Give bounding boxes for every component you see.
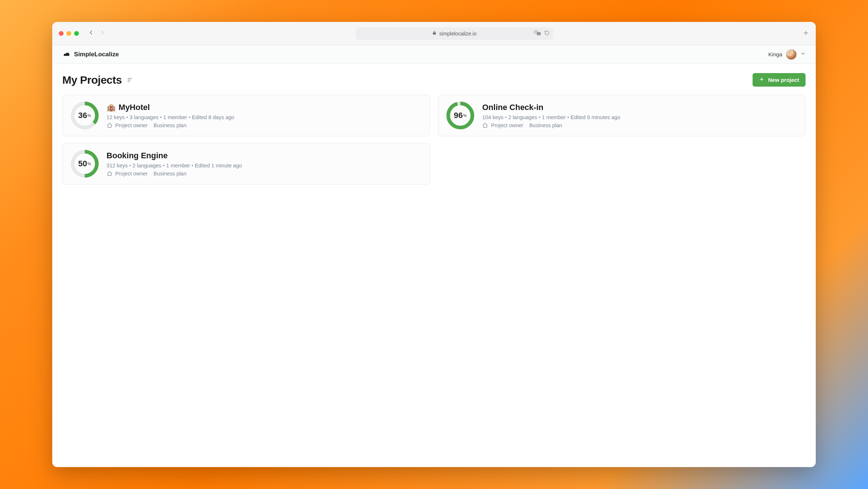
progress-percent: 36 xyxy=(78,111,87,120)
home-icon xyxy=(107,171,113,177)
home-icon xyxy=(107,122,113,128)
project-meta: 104 keys2 languages1 memberEdited 9 minu… xyxy=(482,114,620,120)
user-menu[interactable]: Kinga xyxy=(768,49,806,60)
project-card[interactable]: 36% 🏨 MyHotel 12 keys3 languages1 member… xyxy=(62,95,430,136)
close-window-button[interactable] xyxy=(59,31,64,36)
progress-percent: 50 xyxy=(78,159,87,168)
address-bar[interactable]: simplelocalize.io 文A xyxy=(356,27,553,40)
brand[interactable]: SimpleLocalize xyxy=(62,51,119,58)
new-project-label: New project xyxy=(768,77,799,83)
forward-button[interactable] xyxy=(99,29,106,38)
plus-icon xyxy=(759,77,764,83)
brand-logo-icon xyxy=(62,52,71,57)
page-title: My Projects xyxy=(62,74,122,86)
projects-grid: 36% 🏨 MyHotel 12 keys3 languages1 member… xyxy=(62,95,806,185)
project-sub: Project ownerBusiness plan xyxy=(107,171,242,177)
chevron-down-icon xyxy=(800,51,806,57)
avatar xyxy=(786,49,797,60)
new-tab-button[interactable] xyxy=(803,29,809,38)
project-card[interactable]: 96% Online Check-in 104 keys2 languages1… xyxy=(438,95,806,136)
browser-toolbar: simplelocalize.io 文A xyxy=(52,22,816,45)
back-button[interactable] xyxy=(88,29,94,38)
project-emoji: 🏨 xyxy=(107,103,116,112)
svg-text:A: A xyxy=(538,33,539,35)
nav-arrows xyxy=(88,29,106,38)
sort-icon[interactable] xyxy=(127,77,133,83)
new-project-button[interactable]: New project xyxy=(753,73,806,87)
browser-window: simplelocalize.io 文A SimpleLocalize King… xyxy=(52,22,816,467)
maximize-window-button[interactable] xyxy=(74,31,79,36)
project-name: MyHotel xyxy=(119,103,150,112)
app-header: SimpleLocalize Kinga xyxy=(52,45,816,64)
project-meta: 312 keys2 languages1 memberEdited 1 minu… xyxy=(107,163,242,168)
page-content: My Projects New project xyxy=(52,64,816,467)
address-right-icons: 文A xyxy=(534,30,549,37)
user-name: Kinga xyxy=(768,51,782,57)
progress-ring: 36% xyxy=(70,101,99,130)
progress-ring: 50% xyxy=(70,149,99,178)
project-name: Booking Engine xyxy=(107,151,168,160)
project-card[interactable]: 50% Booking Engine 312 keys2 languages1 … xyxy=(62,143,430,185)
brand-name: SimpleLocalize xyxy=(74,51,119,58)
lock-icon xyxy=(432,31,437,36)
address-text: simplelocalize.io xyxy=(439,31,477,37)
reload-icon[interactable] xyxy=(544,30,549,37)
translate-icon[interactable]: 文A xyxy=(534,30,541,37)
project-sub: Project ownerBusiness plan xyxy=(482,122,620,128)
progress-ring: 96% xyxy=(446,101,475,130)
project-meta: 12 keys3 languages1 memberEdited 8 days … xyxy=(107,114,235,120)
home-icon xyxy=(482,122,488,128)
progress-percent: 96 xyxy=(454,111,462,120)
svg-text:文: 文 xyxy=(535,31,537,33)
window-controls xyxy=(59,31,79,36)
title-row: My Projects New project xyxy=(62,73,806,87)
project-name: Online Check-in xyxy=(482,103,543,112)
minimize-window-button[interactable] xyxy=(66,31,71,36)
project-sub: Project ownerBusiness plan xyxy=(107,122,235,128)
